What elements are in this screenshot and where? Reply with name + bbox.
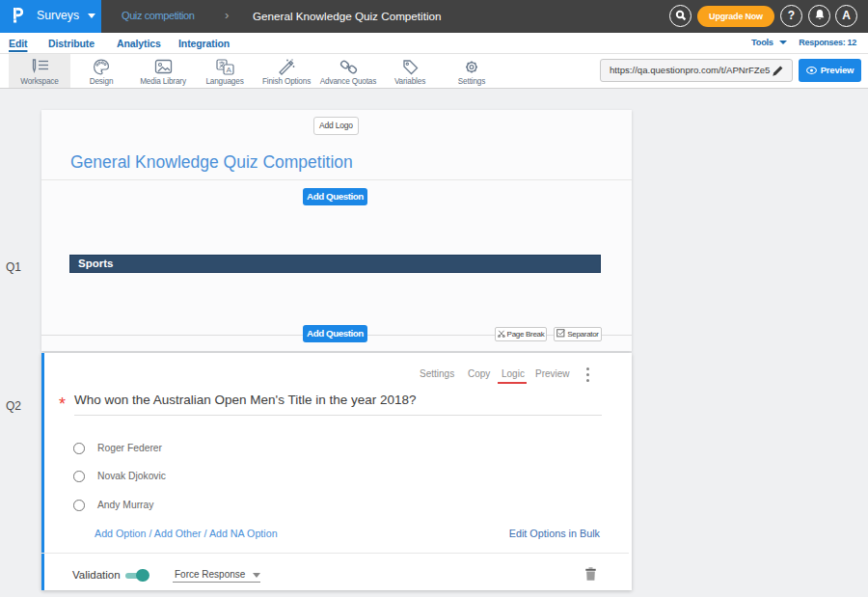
svg-text:A: A [226,66,231,74]
